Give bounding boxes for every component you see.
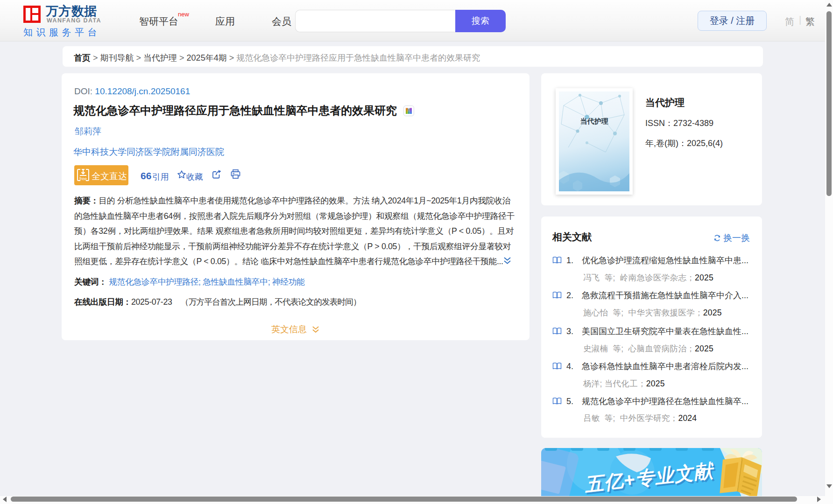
svg-text:free: free (79, 176, 87, 181)
